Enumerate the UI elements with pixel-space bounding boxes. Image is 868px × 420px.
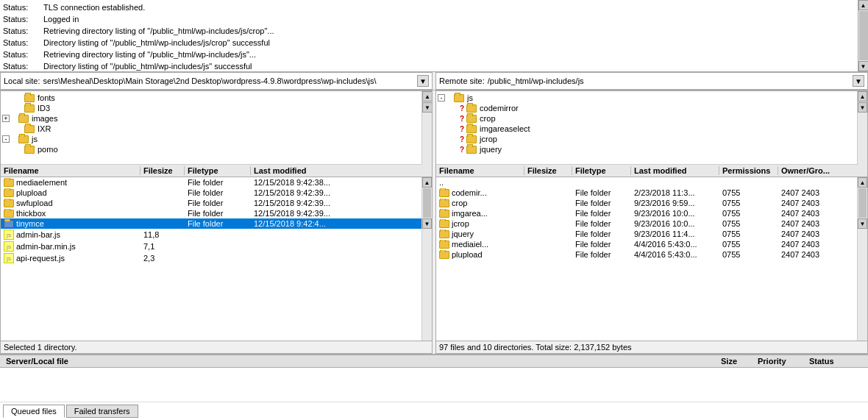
col-filesize[interactable]: Filesize <box>140 166 185 175</box>
col-owner-remote[interactable]: Owner/Gro... <box>778 166 867 175</box>
main-container: Status:TLS connection established. Statu… <box>0 0 868 420</box>
local-scroll-up[interactable]: ▲ <box>422 177 432 188</box>
col-filename[interactable]: Filename <box>1 166 140 175</box>
remote-file-list-header: Filename Filesize Filetype Last modified… <box>436 165 867 177</box>
col-permissions-remote[interactable]: Permissions <box>719 166 778 175</box>
file-row-api-request-js[interactable]: js api-request.js 2,3 <box>1 252 421 264</box>
local-scroll-down[interactable]: ▼ <box>422 218 432 229</box>
tab-queued-files[interactable]: Queued files <box>3 405 65 418</box>
folder-icon <box>18 135 29 143</box>
remote-site-dropdown[interactable]: ▼ <box>853 75 864 87</box>
tree-item-fonts[interactable]: fonts <box>2 93 420 103</box>
tree-item-crop[interactable]: ? crop <box>438 113 855 124</box>
question-mark: ? <box>460 135 464 143</box>
col-filename-remote[interactable]: Filename <box>436 166 524 175</box>
remote-tree-area: - js ? codemirror ? crop <box>436 91 857 165</box>
col-lastmodified-remote[interactable]: Last modified <box>631 166 719 175</box>
remote-tree-scroll-down[interactable]: ▼ <box>858 102 867 113</box>
tree-item-id3[interactable]: ID3 <box>2 103 420 113</box>
local-tree-scrollbar[interactable]: ▲ ▼ <box>421 91 432 165</box>
log-scroll-thumb[interactable] <box>859 11 868 60</box>
file-row-swfupload[interactable]: swfupload File folder 12/15/2018 9:42:39… <box>1 198 421 208</box>
col-filetype-remote[interactable]: Filetype <box>572 166 631 175</box>
folder-icon <box>466 146 477 154</box>
log-scrollbar[interactable]: ▲ ▼ <box>858 0 868 71</box>
local-file-scrollbar[interactable]: ▲ ▼ <box>421 177 432 341</box>
file-row-admin-bar-min-js[interactable]: js admin-bar.min.js 7,1 <box>1 241 421 252</box>
folder-icon <box>439 189 449 197</box>
remote-tree-scroll-up[interactable]: ▲ <box>858 91 867 102</box>
transfer-header: Server/Local file Size Priority Status <box>0 355 868 368</box>
file-row-mediaiel[interactable]: mediaiel... File folder 4/4/2016 5:43:0.… <box>436 239 857 249</box>
col-lastmodified[interactable]: Last modified <box>251 166 432 175</box>
local-site-dropdown[interactable]: ▼ <box>417 75 429 87</box>
file-row-mediaelement[interactable]: mediaelement File folder 12/15/2018 9:42… <box>1 177 421 188</box>
folder-icon <box>439 199 449 207</box>
col-size: Size <box>718 357 755 366</box>
remote-tree-scrollbar[interactable]: ▲ ▼ <box>857 91 867 165</box>
col-filetype[interactable]: Filetype <box>185 166 251 175</box>
col-server-local: Server/Local file <box>3 357 150 366</box>
tree-item-pomo[interactable]: pomo <box>2 144 420 154</box>
log-scroll-down[interactable]: ▼ <box>858 61 869 71</box>
folder-icon <box>439 230 449 238</box>
log-scroll-up[interactable]: ▲ <box>858 0 869 10</box>
file-row-up[interactable]: .. <box>436 177 857 188</box>
folder-icon <box>454 94 464 102</box>
local-panel: fonts ID3 + images IXR <box>0 90 433 354</box>
log-line-3: Status:Retrieving directory listing of "… <box>3 25 855 37</box>
transfer-area: Server/Local file Size Priority Status Q… <box>0 354 868 420</box>
folder-icon <box>466 104 477 113</box>
folder-icon <box>4 199 14 207</box>
file-row-plupload-remote[interactable]: plupload File folder 4/4/2016 5:43:0... … <box>436 249 857 260</box>
tab-failed-transfers[interactable]: Failed transfers <box>66 405 138 418</box>
folder-icon <box>24 125 35 133</box>
expand-btn[interactable]: - <box>438 94 445 102</box>
tree-item-js[interactable]: - js <box>2 134 420 144</box>
col-filesize-remote[interactable]: Filesize <box>524 166 572 175</box>
tree-item-images[interactable]: + images <box>2 113 420 124</box>
remote-site-label: Remote site: <box>439 76 485 85</box>
remote-scroll-down[interactable]: ▼ <box>858 218 867 229</box>
scroll-up[interactable]: ▲ <box>422 91 433 102</box>
file-row-tinymce[interactable]: tinymce File folder 12/15/2018 9:42:4... <box>1 218 421 229</box>
file-row-jcrop[interactable]: jcrop File folder 9/23/2016 10:0... 0755… <box>436 218 857 229</box>
file-row-codemir[interactable]: codemir... File folder 2/23/2018 11:3...… <box>436 188 857 198</box>
remote-site-input[interactable] <box>488 76 851 85</box>
remote-file-scrollbar[interactable]: ▲ ▼ <box>857 177 867 341</box>
remote-file-list: .. codemir... File folder 2/23/2018 11:3… <box>436 177 867 341</box>
remote-status-bar: 97 files and 10 directories. Total size:… <box>436 341 867 353</box>
tree-item-codemirror[interactable]: ? codemirror <box>438 103 855 113</box>
tree-item-jquery[interactable]: ? jquery <box>438 144 855 154</box>
folder-icon <box>24 104 35 113</box>
remote-scroll-up[interactable]: ▲ <box>858 177 867 188</box>
tree-item-js-remote[interactable]: - js <box>438 93 855 103</box>
file-row-imgarea[interactable]: imgarea... File folder 9/23/2016 10:0...… <box>436 208 857 218</box>
log-area: Status:TLS connection established. Statu… <box>0 0 868 72</box>
question-mark: ? <box>460 146 464 154</box>
folder-icon <box>18 115 29 123</box>
file-row-admin-bar-js[interactable]: js admin-bar.js 11,8 <box>1 229 421 241</box>
expand-btn[interactable]: - <box>2 135 10 143</box>
folder-icon <box>4 189 14 197</box>
local-site-input[interactable] <box>43 76 416 85</box>
panels-area: fonts ID3 + images IXR <box>0 90 868 354</box>
log-line-6: Status:Directory listing of "/public_htm… <box>3 60 855 72</box>
js-file-icon: js <box>4 253 14 263</box>
file-row-plupload[interactable]: plupload File folder 12/15/2018 9:42:39.… <box>1 188 421 198</box>
site-bars: Local site: ▼ Remote site: ▼ <box>0 72 868 90</box>
local-tree-area: fonts ID3 + images IXR <box>1 91 421 165</box>
scroll-down[interactable]: ▼ <box>422 102 433 113</box>
log-line-5: Status:Retrieving directory listing of "… <box>3 49 855 60</box>
file-row-jquery[interactable]: jquery File folder 9/23/2016 11:4... 075… <box>436 229 857 239</box>
local-status-bar: Selected 1 directory. <box>1 341 432 353</box>
folder-icon <box>439 251 449 259</box>
folder-icon <box>4 210 14 218</box>
tree-item-jcrop[interactable]: ? jcrop <box>438 134 855 144</box>
col-status: Status <box>806 357 865 366</box>
file-row-crop[interactable]: crop File folder 9/23/2016 9:59... 0755 … <box>436 198 857 208</box>
expand-btn[interactable]: + <box>2 115 10 122</box>
tree-item-ixr[interactable]: IXR <box>2 124 420 134</box>
file-row-thickbox[interactable]: thickbox File folder 12/15/2018 9:42:39.… <box>1 208 421 218</box>
tree-item-imgareaselect[interactable]: ? imgareaselect <box>438 124 855 134</box>
